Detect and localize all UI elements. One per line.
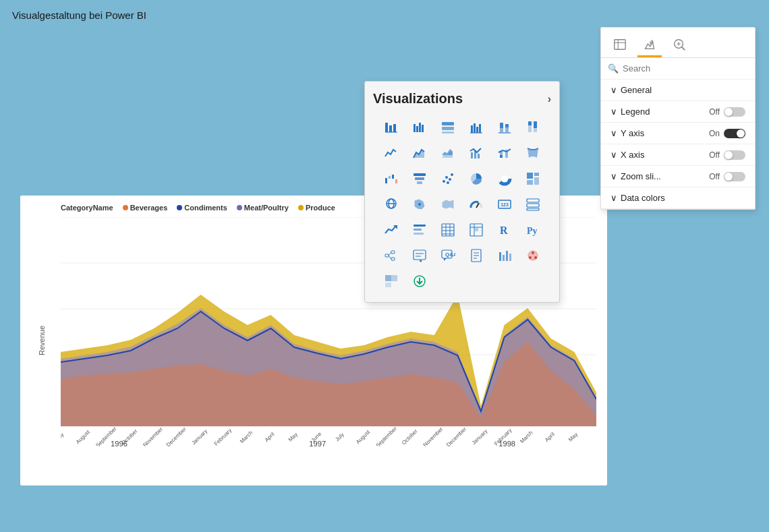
- svg-rect-79: [415, 177, 424, 180]
- svg-text:December: December: [445, 426, 467, 446]
- viz-custom-visual-icon[interactable]: [520, 244, 546, 267]
- format-section-y-axis[interactable]: ∨ Y axis On: [601, 123, 755, 144]
- svg-rect-136: [503, 255, 505, 261]
- x-axis-toggle-label: Off: [709, 150, 720, 160]
- svg-rect-80: [417, 181, 422, 184]
- legend-toggle-container[interactable]: Off: [709, 107, 745, 117]
- viz-slicer-icon[interactable]: [407, 218, 432, 241]
- viz-filled-map-icon[interactable]: [407, 193, 432, 216]
- y-axis-toggle[interactable]: [724, 129, 745, 138]
- search-input[interactable]: [623, 63, 748, 73]
- legend-produce: Produce: [298, 204, 335, 212]
- svg-rect-46: [419, 123, 421, 132]
- viz-clustered-bar-icon[interactable]: [407, 116, 432, 139]
- viz-100-bar-icon[interactable]: [435, 116, 461, 139]
- format-section-general[interactable]: ∨ General: [601, 80, 755, 101]
- viz-pie-icon[interactable]: [463, 167, 489, 190]
- viz-donut-icon[interactable]: [492, 167, 517, 190]
- svg-text:May: May: [287, 431, 300, 443]
- viz-smart-narrative-icon[interactable]: [407, 244, 432, 267]
- x-axis-toggle-container[interactable]: Off: [709, 150, 745, 160]
- viz-kpi-icon[interactable]: [378, 218, 404, 241]
- format-section-legend[interactable]: ∨ Legend Off: [601, 101, 755, 123]
- viz-ribbon-icon[interactable]: [520, 142, 546, 165]
- svg-point-85: [447, 181, 449, 184]
- y-axis-toggle-label: On: [709, 129, 720, 138]
- viz-matrix-icon[interactable]: [463, 218, 489, 241]
- viz-funnel-icon[interactable]: [407, 167, 432, 190]
- viz-extra1-icon[interactable]: [378, 270, 404, 293]
- tab-analytics[interactable]: [667, 33, 691, 57]
- svg-rect-49: [442, 127, 454, 130]
- viz-download-custom-icon[interactable]: [407, 270, 432, 293]
- zoom-toggle[interactable]: [724, 172, 745, 181]
- svg-point-88: [501, 175, 508, 182]
- tab-format[interactable]: [637, 33, 662, 57]
- svg-rect-53: [476, 127, 478, 133]
- format-section-zoom-slider[interactable]: ∨ Zoom sli... Off: [601, 166, 755, 187]
- svg-point-84: [451, 173, 453, 176]
- tab-fields[interactable]: [608, 33, 632, 57]
- viz-waterfall-icon[interactable]: [378, 167, 404, 190]
- general-label: General: [621, 85, 652, 95]
- svg-rect-42: [393, 124, 396, 132]
- viz-line-stacked-col-icon[interactable]: [492, 142, 517, 165]
- viz-stacked-area-icon[interactable]: [435, 142, 461, 165]
- svg-rect-56: [500, 123, 503, 128]
- svg-line-152: [682, 47, 685, 50]
- svg-rect-72: [500, 155, 503, 158]
- viz-shape-map-icon[interactable]: [435, 193, 461, 216]
- zoom-toggle-container[interactable]: Off: [709, 172, 745, 181]
- svg-rect-44: [414, 124, 416, 132]
- viz-stacked-col-icon[interactable]: [492, 116, 517, 139]
- viz-100-col-icon[interactable]: [520, 116, 546, 139]
- x-axis-section-label: X axis: [621, 150, 644, 160]
- format-section-x-axis[interactable]: ∨ X axis Off: [601, 144, 755, 166]
- y-axis-toggle-container[interactable]: On: [709, 129, 745, 138]
- viz-stacked-bar-icon[interactable]: [378, 116, 404, 139]
- x-axis-toggle[interactable]: [724, 150, 745, 160]
- legend-meat-poultry: Meat/Poultry: [237, 204, 289, 212]
- viz-qa-icon[interactable]: Q&A: [435, 244, 461, 267]
- svg-rect-68: [471, 152, 473, 158]
- svg-rect-144: [391, 275, 397, 281]
- svg-rect-135: [499, 252, 501, 261]
- viz-line-icon[interactable]: [378, 142, 404, 165]
- viz-map-icon[interactable]: [378, 193, 404, 216]
- viz-gauge-icon[interactable]: [463, 193, 489, 216]
- viz-treemap-icon[interactable]: [520, 167, 546, 190]
- chevron-down-icon: ∨: [610, 107, 617, 117]
- viz-clustered-col-icon[interactable]: [463, 116, 489, 139]
- viz-bar-chart2-icon[interactable]: [492, 244, 517, 267]
- svg-rect-74: [385, 178, 387, 183]
- svg-rect-137: [506, 251, 508, 261]
- svg-rect-121: [391, 258, 395, 260]
- svg-rect-64: [534, 121, 537, 128]
- viz-icon-grid: 123 R Py Q&A: [373, 116, 551, 293]
- viz-python-icon[interactable]: Py: [520, 218, 546, 241]
- viz-line-clustered-col-icon[interactable]: [463, 142, 489, 165]
- legend-toggle[interactable]: [724, 107, 745, 117]
- viz-multi-row-card-icon[interactable]: [520, 193, 546, 216]
- viz-table-icon[interactable]: [435, 218, 461, 241]
- search-icon: 🔍: [608, 63, 619, 73]
- svg-marker-67: [442, 149, 453, 155]
- viz-decomp-tree-icon[interactable]: [378, 244, 404, 267]
- svg-line-122: [389, 252, 391, 256]
- viz-r-script-icon[interactable]: R: [492, 218, 517, 241]
- viz-area-icon[interactable]: [407, 142, 432, 165]
- svg-text:September: September: [374, 425, 398, 446]
- viz-scatter-icon[interactable]: [435, 167, 461, 190]
- svg-rect-57: [500, 128, 503, 132]
- viz-paginated-icon[interactable]: [463, 244, 489, 267]
- svg-rect-145: [385, 283, 391, 287]
- svg-rect-106: [414, 233, 424, 235]
- format-search-bar[interactable]: 🔍: [601, 58, 755, 80]
- viz-card-icon[interactable]: 123: [492, 193, 517, 216]
- svg-rect-90: [534, 173, 539, 176]
- format-section-data-colors[interactable]: ∨ Data colors: [601, 187, 755, 209]
- viz-panel-chevron[interactable]: ›: [548, 93, 551, 105]
- svg-text:August: August: [75, 429, 92, 445]
- svg-rect-41: [389, 125, 392, 132]
- svg-rect-54: [479, 124, 481, 133]
